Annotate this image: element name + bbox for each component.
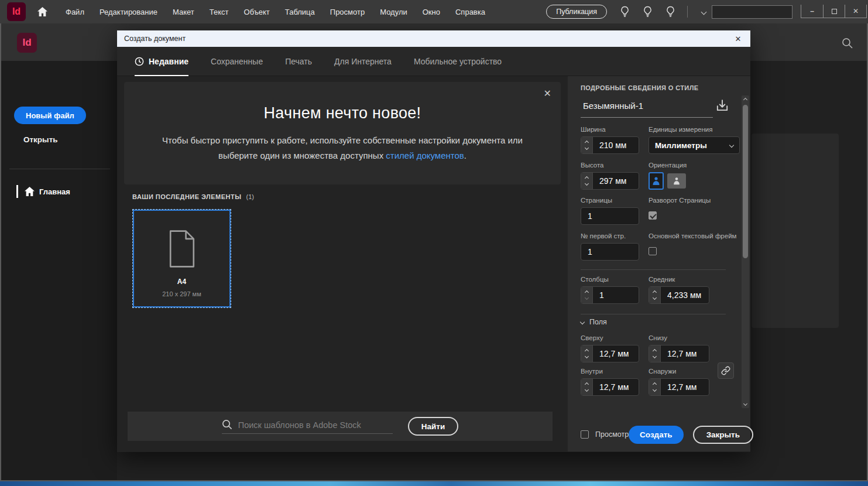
columns-field[interactable]: 1 <box>581 286 639 304</box>
dialog-footer: Просмотр Создать Закрыть <box>568 417 750 451</box>
margin-inside-field[interactable]: 12,7 мм <box>581 378 639 396</box>
indesign-logo: Id <box>7 2 26 21</box>
menu-window[interactable]: Окно <box>415 4 448 20</box>
orientation-portrait-button[interactable] <box>649 172 664 190</box>
columns-label: Столбцы <box>581 276 609 283</box>
tab-recent[interactable]: Недавние <box>135 47 188 76</box>
new-file-button[interactable]: Новый файл <box>14 107 86 124</box>
find-button[interactable]: Найти <box>408 417 458 436</box>
tab-print[interactable]: Печать <box>285 47 312 76</box>
columns-stepper[interactable] <box>581 287 593 303</box>
menu-object[interactable]: Объект <box>236 4 277 20</box>
primary-text-frame-label: Основной текстовый фрейм <box>649 232 736 239</box>
lightbulb-icon[interactable] <box>643 6 653 18</box>
link-margins-button[interactable] <box>718 362 734 379</box>
menu-bar: Файл Редактирование Макет Текст Объект Т… <box>58 4 493 20</box>
margin-inside-stepper[interactable] <box>581 379 593 395</box>
maximize-icon <box>832 9 837 14</box>
units-dropdown[interactable]: Миллиметры <box>649 136 740 154</box>
margin-outside-field[interactable]: 12,7 мм <box>649 378 709 396</box>
recent-items-header: ВАШИ ПОСЛЕДНИЕ ЭЛЕМЕНТЫ (1) <box>132 193 254 200</box>
minimize-button[interactable]: – <box>801 5 823 18</box>
tab-mobile[interactable]: Мобильное устройство <box>414 47 502 76</box>
create-button[interactable]: Создать <box>629 426 684 444</box>
preview-checkbox[interactable] <box>581 430 589 439</box>
orientation-landscape-button[interactable] <box>667 173 686 189</box>
banner-title: Начнем нечто новое! <box>124 104 561 122</box>
lightbulb-icon[interactable] <box>620 6 630 18</box>
chevron-down-icon <box>580 320 585 324</box>
menu-help[interactable]: Справка <box>448 4 493 20</box>
divider <box>687 6 688 18</box>
search-icon[interactable] <box>842 37 853 49</box>
facing-pages-checkbox[interactable] <box>649 211 657 220</box>
margin-top-label: Сверху <box>581 334 603 341</box>
height-stepper[interactable] <box>581 173 593 189</box>
pages-label: Страницы <box>581 197 612 204</box>
margin-top-stepper[interactable] <box>581 345 593 362</box>
first-page-input[interactable]: 1 <box>581 243 639 261</box>
margin-top-field[interactable]: 12,7 мм <box>581 345 639 362</box>
tab-saved[interactable]: Сохраненные <box>211 47 263 76</box>
close-dialog-button[interactable]: Закрыть <box>693 426 753 444</box>
stock-search-input[interactable]: Поиск шаблонов в Adobe Stock <box>222 419 393 434</box>
gutter-field[interactable]: 4,233 мм <box>649 286 709 304</box>
facing-pages-label: Разворот Страницы <box>649 197 711 204</box>
menu-file[interactable]: Файл <box>58 4 92 20</box>
menu-type[interactable]: Текст <box>202 4 236 20</box>
dialog-title-bar: Создать документ ✕ <box>117 30 750 47</box>
panel-header: ПОДРОБНЫЕ СВЕДЕНИЯ О СТИЛЕ <box>581 84 699 91</box>
document-styles-link[interactable]: стилей документов <box>386 150 464 160</box>
chain-link-icon <box>721 366 730 375</box>
scrollbar-thumb[interactable] <box>743 105 748 258</box>
width-field[interactable]: 210 мм <box>581 136 639 154</box>
width-stepper[interactable] <box>581 137 593 153</box>
save-preset-icon[interactable] <box>715 98 729 112</box>
gutter-stepper[interactable] <box>649 287 661 303</box>
document-icon <box>166 230 198 268</box>
primary-text-frame-checkbox[interactable] <box>649 247 657 255</box>
tab-web[interactable]: Для Интернета <box>334 47 392 76</box>
home-sidebar: Новый файл Открыть Главная <box>1 61 117 480</box>
menu-plugins[interactable]: Модули <box>372 4 415 20</box>
open-button[interactable]: Открыть <box>23 135 58 144</box>
margin-bottom-stepper[interactable] <box>649 345 661 362</box>
publish-button[interactable]: Публикация <box>546 5 607 19</box>
menu-layout[interactable]: Макет <box>165 4 202 20</box>
menu-edit[interactable]: Редактирование <box>92 4 165 20</box>
close-icon[interactable]: ✕ <box>544 88 551 99</box>
menu-view[interactable]: Просмотр <box>323 4 372 20</box>
sidebar-item-label: Главная <box>39 187 70 196</box>
portrait-person-icon <box>652 176 660 186</box>
pages-input[interactable]: 1 <box>581 207 639 225</box>
menu-table[interactable]: Таблица <box>277 4 323 20</box>
divider <box>581 314 726 314</box>
close-window-button[interactable]: ✕ <box>845 5 866 18</box>
margin-outside-stepper[interactable] <box>649 379 661 395</box>
height-field[interactable]: 297 мм <box>581 172 639 190</box>
recent-item-name: A4 <box>177 278 186 286</box>
lightbulb-icon[interactable] <box>665 6 675 18</box>
maximize-button[interactable] <box>823 5 845 18</box>
workspace-search-input[interactable] <box>712 5 792 19</box>
margins-section-toggle[interactable]: Поля <box>581 318 607 326</box>
active-indicator <box>16 185 18 198</box>
sidebar-item-home[interactable]: Главная <box>16 185 70 198</box>
chevron-down-icon <box>729 143 734 148</box>
home-icon <box>25 187 35 196</box>
recent-item-size: 210 x 297 мм <box>162 290 201 297</box>
orientation-group <box>649 172 686 190</box>
home-icon[interactable] <box>37 7 47 16</box>
scroll-down-icon[interactable] <box>743 402 747 406</box>
chevron-down-icon[interactable] <box>701 9 707 15</box>
scroll-up-icon[interactable] <box>743 98 747 102</box>
close-icon[interactable]: ✕ <box>733 35 743 43</box>
margin-bottom-field[interactable]: 12,7 мм <box>649 345 709 362</box>
recent-item-a4[interactable]: A4 210 x 297 мм <box>133 210 231 307</box>
new-document-dialog: Создать документ ✕ Недавние Сохраненные … <box>117 30 750 452</box>
height-label: Высота <box>581 162 604 169</box>
preview-label: Просмотр <box>595 430 629 439</box>
document-name-input[interactable]: Безымянный-1 <box>583 101 643 111</box>
width-label: Ширина <box>581 126 606 133</box>
panel-scrollbar[interactable] <box>742 95 749 408</box>
